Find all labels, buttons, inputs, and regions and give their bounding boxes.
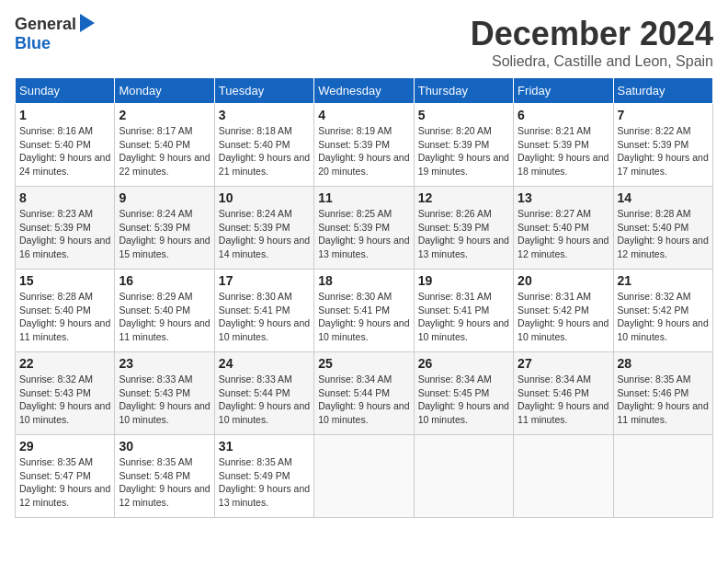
calendar-cell: 31Sunrise: 8:35 AMSunset: 5:49 PMDayligh… <box>214 435 313 518</box>
calendar-cell: 29Sunrise: 8:35 AMSunset: 5:47 PMDayligh… <box>16 435 115 518</box>
day-info: Sunrise: 8:23 AMSunset: 5:39 PMDaylight:… <box>19 207 110 261</box>
day-info: Sunrise: 8:35 AMSunset: 5:49 PMDaylight:… <box>219 455 310 510</box>
calendar-cell: 24Sunrise: 8:33 AMSunset: 5:44 PMDayligh… <box>214 352 313 435</box>
day-number: 20 <box>518 273 609 288</box>
day-number: 27 <box>518 356 609 371</box>
day-info: Sunrise: 8:34 AMSunset: 5:44 PMDaylight:… <box>318 373 409 427</box>
calendar-week-row: 22Sunrise: 8:32 AMSunset: 5:43 PMDayligh… <box>16 352 713 435</box>
logo: General Blue <box>15 15 95 53</box>
day-info: Sunrise: 8:35 AMSunset: 5:48 PMDaylight:… <box>119 455 210 510</box>
day-number: 11 <box>318 190 409 205</box>
day-info: Sunrise: 8:22 AMSunset: 5:39 PMDaylight:… <box>618 124 709 178</box>
day-info: Sunrise: 8:27 AMSunset: 5:40 PMDaylight:… <box>518 207 609 261</box>
logo-blue-text: Blue <box>15 34 51 53</box>
day-number: 29 <box>19 439 110 454</box>
calendar-cell: 13Sunrise: 8:27 AMSunset: 5:40 PMDayligh… <box>514 187 613 270</box>
day-number: 15 <box>19 273 110 288</box>
calendar-cell <box>613 435 712 518</box>
calendar-cell: 1Sunrise: 8:16 AMSunset: 5:40 PMDaylight… <box>16 104 115 187</box>
day-info: Sunrise: 8:29 AMSunset: 5:40 PMDaylight:… <box>119 290 210 344</box>
day-info: Sunrise: 8:35 AMSunset: 5:46 PMDaylight:… <box>618 373 709 427</box>
calendar-cell: 12Sunrise: 8:26 AMSunset: 5:39 PMDayligh… <box>414 187 513 270</box>
calendar-week-row: 15Sunrise: 8:28 AMSunset: 5:40 PMDayligh… <box>16 270 713 352</box>
day-number: 5 <box>418 108 509 122</box>
day-number: 21 <box>618 273 709 288</box>
calendar-cell: 23Sunrise: 8:33 AMSunset: 5:43 PMDayligh… <box>115 352 214 435</box>
header: General Blue December 2024 Soliedra, Cas… <box>15 15 713 70</box>
calendar-cell: 7Sunrise: 8:22 AMSunset: 5:39 PMDaylight… <box>613 104 712 187</box>
day-info: Sunrise: 8:30 AMSunset: 5:41 PMDaylight:… <box>318 290 409 344</box>
day-info: Sunrise: 8:26 AMSunset: 5:39 PMDaylight:… <box>418 207 509 261</box>
day-info: Sunrise: 8:28 AMSunset: 5:40 PMDaylight:… <box>19 290 110 344</box>
calendar-cell: 11Sunrise: 8:25 AMSunset: 5:39 PMDayligh… <box>314 187 414 270</box>
calendar-cell: 27Sunrise: 8:34 AMSunset: 5:46 PMDayligh… <box>514 352 613 435</box>
day-info: Sunrise: 8:21 AMSunset: 5:39 PMDaylight:… <box>518 124 609 178</box>
day-info: Sunrise: 8:34 AMSunset: 5:46 PMDaylight:… <box>518 373 609 427</box>
day-number: 30 <box>119 439 210 454</box>
day-number: 17 <box>219 273 310 288</box>
location-subtitle: Soliedra, Castille and Leon, Spain <box>471 53 713 70</box>
day-number: 2 <box>119 108 210 122</box>
day-header-thursday: Thursday <box>414 78 513 104</box>
day-header-friday: Friday <box>514 78 613 104</box>
calendar-cell <box>414 435 513 518</box>
day-info: Sunrise: 8:24 AMSunset: 5:39 PMDaylight:… <box>219 207 310 261</box>
day-info: Sunrise: 8:30 AMSunset: 5:41 PMDaylight:… <box>219 290 310 344</box>
day-number: 3 <box>219 108 310 122</box>
day-number: 8 <box>19 190 110 205</box>
day-info: Sunrise: 8:33 AMSunset: 5:43 PMDaylight:… <box>119 373 210 427</box>
day-info: Sunrise: 8:31 AMSunset: 5:41 PMDaylight:… <box>418 290 509 344</box>
day-number: 14 <box>618 190 709 205</box>
calendar-week-row: 1Sunrise: 8:16 AMSunset: 5:40 PMDaylight… <box>16 104 713 187</box>
calendar-header-row: SundayMondayTuesdayWednesdayThursdayFrid… <box>16 78 713 104</box>
day-info: Sunrise: 8:20 AMSunset: 5:39 PMDaylight:… <box>418 124 509 178</box>
calendar-cell: 17Sunrise: 8:30 AMSunset: 5:41 PMDayligh… <box>214 270 313 352</box>
day-number: 22 <box>19 356 110 371</box>
calendar-cell <box>514 435 613 518</box>
day-header-saturday: Saturday <box>613 78 712 104</box>
calendar-week-row: 8Sunrise: 8:23 AMSunset: 5:39 PMDaylight… <box>16 187 713 270</box>
calendar-cell: 3Sunrise: 8:18 AMSunset: 5:40 PMDaylight… <box>214 104 313 187</box>
day-number: 19 <box>418 273 509 288</box>
day-info: Sunrise: 8:33 AMSunset: 5:44 PMDaylight:… <box>219 373 310 427</box>
day-info: Sunrise: 8:24 AMSunset: 5:39 PMDaylight:… <box>119 207 210 261</box>
day-number: 6 <box>518 108 609 122</box>
day-number: 1 <box>19 108 110 122</box>
day-number: 24 <box>219 356 310 371</box>
calendar-cell: 6Sunrise: 8:21 AMSunset: 5:39 PMDaylight… <box>514 104 613 187</box>
day-header-monday: Monday <box>115 78 214 104</box>
calendar-cell: 4Sunrise: 8:19 AMSunset: 5:39 PMDaylight… <box>314 104 414 187</box>
day-header-sunday: Sunday <box>16 78 115 104</box>
calendar-cell: 18Sunrise: 8:30 AMSunset: 5:41 PMDayligh… <box>314 270 414 352</box>
logo-arrow-icon <box>80 14 95 32</box>
calendar-cell: 19Sunrise: 8:31 AMSunset: 5:41 PMDayligh… <box>414 270 513 352</box>
day-number: 25 <box>318 356 409 371</box>
calendar-cell: 10Sunrise: 8:24 AMSunset: 5:39 PMDayligh… <box>214 187 313 270</box>
day-info: Sunrise: 8:31 AMSunset: 5:42 PMDaylight:… <box>518 290 609 344</box>
day-info: Sunrise: 8:32 AMSunset: 5:43 PMDaylight:… <box>19 373 110 427</box>
day-number: 18 <box>318 273 409 288</box>
calendar-cell: 8Sunrise: 8:23 AMSunset: 5:39 PMDaylight… <box>16 187 115 270</box>
logo-general-text: General <box>15 15 76 34</box>
title-section: December 2024 Soliedra, Castille and Leo… <box>471 15 713 70</box>
calendar-cell: 5Sunrise: 8:20 AMSunset: 5:39 PMDaylight… <box>414 104 513 187</box>
day-header-tuesday: Tuesday <box>214 78 313 104</box>
calendar-table: SundayMondayTuesdayWednesdayThursdayFrid… <box>15 77 713 518</box>
day-number: 28 <box>618 356 709 371</box>
calendar-cell: 25Sunrise: 8:34 AMSunset: 5:44 PMDayligh… <box>314 352 414 435</box>
day-number: 4 <box>318 108 409 122</box>
day-info: Sunrise: 8:16 AMSunset: 5:40 PMDaylight:… <box>19 124 110 178</box>
day-info: Sunrise: 8:28 AMSunset: 5:40 PMDaylight:… <box>618 207 709 261</box>
day-number: 31 <box>219 439 310 454</box>
day-number: 16 <box>119 273 210 288</box>
calendar-cell: 2Sunrise: 8:17 AMSunset: 5:40 PMDaylight… <box>115 104 214 187</box>
calendar-cell: 9Sunrise: 8:24 AMSunset: 5:39 PMDaylight… <box>115 187 214 270</box>
day-number: 26 <box>418 356 509 371</box>
day-number: 10 <box>219 190 310 205</box>
day-info: Sunrise: 8:25 AMSunset: 5:39 PMDaylight:… <box>318 207 409 261</box>
calendar-week-row: 29Sunrise: 8:35 AMSunset: 5:47 PMDayligh… <box>16 435 713 518</box>
calendar-cell: 30Sunrise: 8:35 AMSunset: 5:48 PMDayligh… <box>115 435 214 518</box>
calendar-cell: 21Sunrise: 8:32 AMSunset: 5:42 PMDayligh… <box>613 270 712 352</box>
day-number: 23 <box>119 356 210 371</box>
day-info: Sunrise: 8:34 AMSunset: 5:45 PMDaylight:… <box>418 373 509 427</box>
